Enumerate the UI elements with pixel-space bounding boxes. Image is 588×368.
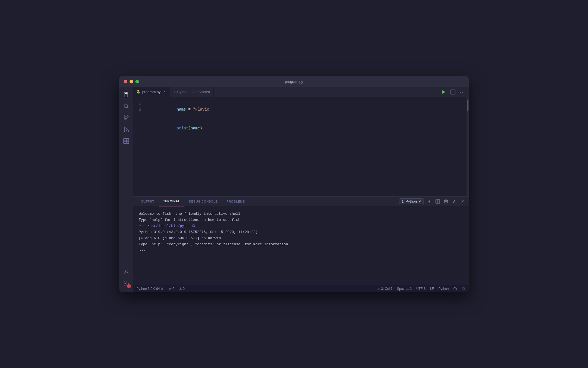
eol-label: LF [430, 287, 434, 291]
tab-program-py[interactable]: 🐍 program.py × [133, 87, 170, 97]
vertical-scrollbar[interactable] [467, 97, 469, 196]
terminal-line: Type "help", "copyright", "credits" or "… [139, 241, 463, 247]
more-actions-button[interactable]: ⋯ [459, 89, 465, 95]
minimize-button[interactable] [130, 80, 133, 83]
panel: OUTPUT TERMINAL DEBUG CONSOLE PROBLEMS [133, 196, 469, 285]
tab-get-started[interactable]: ≡ Python - Get Started [170, 87, 214, 97]
panel-tab-label: OUTPUT [141, 200, 154, 203]
terminal-prompt-line: ➜ ~ /usr/local/bin/python3 [139, 223, 463, 229]
sidebar-item-settings[interactable]: 1 [121, 278, 131, 289]
sidebar-item-explorer[interactable] [121, 89, 131, 100]
code-line-1: name = "Flavio" [144, 100, 469, 119]
terminal-line: Welcome to fish, the friendly interactiv… [139, 211, 463, 217]
sidebar-item-account[interactable] [121, 267, 131, 277]
title-bar: program.py [119, 76, 469, 87]
status-errors[interactable]: ⊗ 0 [169, 287, 174, 291]
status-encoding[interactable]: UTF-8 [416, 287, 426, 291]
svg-point-10 [125, 270, 127, 272]
app-body: 1 🐍 program.py × ≡ Python - Get Started [119, 87, 469, 292]
panel-tabs-bar: OUTPUT TERMINAL DEBUG CONSOLE PROBLEMS [133, 196, 469, 206]
panel-tab-label: DEBUG CONSOLE [189, 200, 218, 203]
terminal-line: [Clang 6.0 (clang-600.0.57)] on darwin [139, 235, 463, 241]
svg-point-11 [125, 283, 127, 284]
status-right: Ln 3, Col 1 Spaces: 2 UTF-8 LF Python [376, 287, 465, 291]
panel-tab-debug-console[interactable]: DEBUG CONSOLE [184, 196, 222, 206]
get-started-icon: ≡ [174, 90, 176, 94]
scrollbar-thumb [467, 100, 468, 111]
tab-label: Python - Get Started [177, 90, 210, 94]
encoding-label: UTF-8 [416, 287, 426, 291]
panel-tab-label: TERMINAL [163, 200, 180, 203]
sidebar-item-search[interactable] [121, 101, 131, 111]
line-number: 1 [138, 100, 141, 106]
status-python-version[interactable]: Python 3.9.0 64-bit [136, 287, 164, 291]
chevron-down-icon: ∨ [419, 199, 421, 203]
chevron-up-icon[interactable]: ∧ [452, 199, 457, 204]
builtin-fn: print [177, 126, 188, 131]
svg-point-1 [124, 104, 128, 108]
code-content[interactable]: name = "Flavio" print(name) [144, 97, 469, 196]
vscode-window: program.py [119, 76, 469, 292]
line-number: 2 [138, 106, 141, 113]
sidebar-item-run-debug[interactable] [121, 124, 131, 135]
python-file-icon: 🐍 [136, 90, 141, 94]
close-button[interactable] [124, 80, 127, 83]
status-warnings[interactable]: ⚠ 0 [179, 287, 185, 291]
split-terminal-button[interactable] [435, 199, 440, 204]
panel-tab-problems[interactable]: PROBLEMS [222, 196, 249, 206]
var-ref: name [191, 126, 200, 131]
svg-point-2 [124, 116, 125, 117]
tab-label: program.py [142, 90, 161, 94]
python-version-label: Python 3.9.0 64-bit [136, 287, 164, 291]
terminal-line: Python 3.9.0 (v3.9.0:9cf6752276, Oct 5 2… [139, 229, 463, 235]
maximize-button[interactable] [135, 80, 139, 83]
status-bell[interactable] [462, 287, 465, 291]
prompt-arrow: ➜ [139, 224, 141, 228]
kill-terminal-button[interactable] [443, 199, 449, 204]
feedback-icon [453, 287, 457, 291]
status-language[interactable]: Python [439, 287, 449, 291]
warnings-label: ⚠ 0 [179, 287, 185, 291]
svg-rect-8 [124, 141, 126, 144]
run-button[interactable] [440, 89, 447, 95]
operator: = [186, 107, 193, 112]
status-eol[interactable]: LF [430, 287, 434, 291]
status-spaces[interactable]: Spaces: 2 [397, 287, 412, 291]
status-feedback[interactable] [453, 287, 457, 291]
window-title: program.py [285, 80, 303, 84]
settings-badge: 1 [127, 284, 131, 288]
paren-open: ( [188, 126, 191, 131]
terminal-selector[interactable]: 1: Python ∨ [399, 198, 424, 204]
panel-tab-output[interactable]: OUTPUT [136, 196, 159, 206]
status-cursor[interactable]: Ln 3, Col 1 [376, 287, 392, 291]
terminal-selector-label: 1: Python [402, 199, 417, 203]
header-actions: ⋯ [437, 89, 469, 95]
panel-tab-terminal[interactable]: TERMINAL [159, 196, 184, 206]
var-name: name [177, 107, 186, 112]
panel-tab-label: PROBLEMS [227, 200, 245, 203]
sidebar-item-extensions[interactable] [121, 136, 131, 146]
sidebar-item-source-control[interactable] [121, 113, 131, 123]
tabs-bar: 🐍 program.py × ≡ Python - Get Started [133, 87, 469, 97]
string-value: "Flavio" [193, 107, 212, 112]
terminal-input-line: >>> [139, 248, 463, 254]
svg-point-4 [124, 119, 125, 120]
add-terminal-button[interactable]: + [427, 199, 432, 204]
line-numbers: 1 2 [133, 97, 144, 196]
activity-bar: 1 [119, 87, 133, 292]
split-editor-button[interactable] [450, 89, 456, 95]
bell-icon [462, 287, 465, 291]
close-panel-button[interactable]: × [460, 199, 465, 204]
code-editor[interactable]: 1 2 name = "Flavio" print(name) [133, 97, 469, 196]
language-label: Python [439, 287, 449, 291]
tab-close-button[interactable]: × [162, 90, 167, 94]
editor-area: 🐍 program.py × ≡ Python - Get Started [133, 87, 469, 292]
terminal-content[interactable]: Welcome to fish, the friendly interactiv… [133, 206, 469, 285]
terminal-line: Type `help` for instructions on how to u… [139, 217, 463, 223]
spaces-label: Spaces: 2 [397, 287, 412, 291]
paren-close: ) [200, 126, 202, 131]
traffic-lights [124, 80, 139, 83]
code-line-2: print(name) [144, 119, 469, 137]
svg-rect-6 [124, 139, 126, 141]
status-bar: Python 3.9.0 64-bit ⊗ 0 ⚠ 0 Ln 3, Col 1 … [133, 285, 469, 292]
